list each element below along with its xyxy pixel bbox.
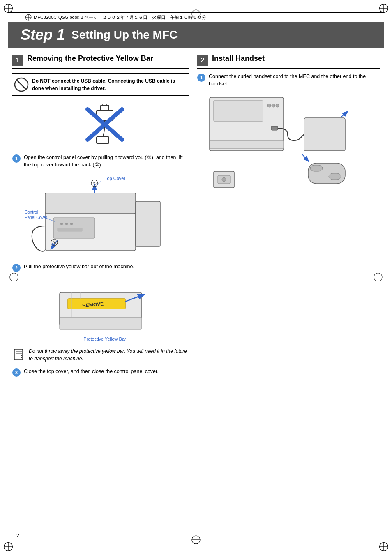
svg-rect-57: [60, 317, 142, 329]
meta-reg-icon: [25, 14, 32, 21]
section1-title: Removing the Protective Yellow Bar: [27, 54, 153, 63]
svg-point-40: [65, 223, 68, 225]
svg-point-77: [222, 177, 226, 182]
instruction-2: 2 Pull the protective yellow bar out of …: [12, 263, 189, 272]
step-circle-2: 2: [12, 264, 21, 272]
step-text-r1: Connect the curled handset cord to the M…: [209, 73, 380, 88]
yellow-bar-svg: REMOVE: [47, 276, 162, 334]
svg-rect-42: [58, 228, 82, 231]
crosshair-top: [191, 9, 201, 20]
section2-header: 2 Install Handset: [197, 54, 380, 69]
crosshair-right: [373, 272, 383, 283]
reg-mark-tr: [379, 3, 389, 13]
svg-line-28: [16, 80, 26, 90]
svg-point-66: [267, 104, 271, 107]
warning-text: Do NOT connect the USB cable. Connecting…: [32, 77, 187, 92]
warning-box: Do NOT connect the USB cable. Connecting…: [12, 73, 189, 96]
instruction-3: 3 Close the top cover, and then close th…: [12, 368, 189, 377]
svg-rect-33: [97, 137, 109, 143]
svg-text:②: ②: [93, 181, 97, 186]
svg-rect-43: [136, 201, 160, 246]
instruction-r1: 1 Connect the curled handset cord to the…: [197, 73, 380, 88]
section1-badge: 1: [12, 55, 23, 66]
svg-point-67: [272, 104, 275, 107]
cover-diagram-svg: ① ② Top Cover Control Panel Cover: [21, 173, 181, 259]
step-circle-r1: 1: [197, 74, 205, 82]
cover-diagram: ① ② Top Cover Control Panel Cover: [21, 173, 189, 260]
step-text-3: Close the top cover, and then close the …: [24, 368, 189, 375]
reg-mark-bl: [3, 542, 13, 552]
section2-title: Install Handset: [212, 54, 265, 63]
handset-diagram: [205, 93, 380, 201]
yellow-bar-label: Protective Yellow Bar: [21, 336, 189, 342]
svg-rect-70: [304, 118, 345, 151]
step-header: Step 1 Setting Up the MFC: [8, 22, 384, 48]
content-area: 1 Removing the Protective Yellow Bar Do …: [12, 48, 380, 381]
note-icon: [12, 348, 25, 361]
svg-point-41: [70, 223, 73, 225]
step-title: Setting Up the MFC: [71, 28, 178, 41]
reg-mark-br: [379, 542, 389, 552]
step-text-2: Pull the protective yellow bar out of th…: [24, 263, 189, 271]
page-number: 2: [16, 533, 19, 539]
svg-text:Panel Cover: Panel Cover: [25, 215, 48, 220]
svg-rect-69: [210, 140, 284, 149]
crosshair-bottom: [191, 535, 201, 546]
section1-header: 1 Removing the Protective Yellow Bar: [12, 54, 189, 69]
handset-diagram-svg: [205, 93, 353, 200]
svg-point-68: [276, 104, 279, 107]
meta-text: MFC3200C-QSG.book 2 ページ ２００２年７月１６日 火曜日 午…: [34, 14, 207, 21]
usb-diagram: [21, 102, 189, 148]
step-text-1: Open the control panel cover by pulling …: [24, 154, 189, 168]
crosshair-left: [9, 272, 19, 283]
step-number: Step 1: [21, 26, 65, 44]
note-box: Do not throw away the protective yellow …: [12, 348, 189, 362]
svg-rect-74: [329, 173, 341, 180]
usb-diagram-svg: [80, 102, 129, 147]
svg-text:Top Cover: Top Cover: [105, 176, 125, 181]
svg-rect-73: [310, 165, 323, 171]
svg-rect-60: [14, 349, 23, 360]
yellow-bar-diagram: REMOVE Protective Yellow Bar: [21, 276, 189, 342]
note-text: Do not throw away the protective yellow …: [29, 348, 189, 362]
svg-rect-65: [214, 101, 263, 121]
step-circle-1: 1: [12, 154, 21, 163]
section2-badge: 2: [197, 55, 208, 66]
left-column: 1 Removing the Protective Yellow Bar Do …: [12, 54, 189, 381]
instruction-1: 1 Open the control panel cover by pullin…: [12, 154, 189, 168]
right-column: 2 Install Handset 1 Connect the curled h…: [197, 54, 380, 381]
svg-rect-71: [271, 126, 278, 130]
no-usb-icon: [14, 77, 29, 92]
svg-text:①: ①: [53, 240, 56, 245]
step-circle-3: 3: [12, 368, 21, 377]
svg-rect-37: [45, 193, 136, 214]
reg-mark-tl: [3, 3, 13, 13]
svg-text:Control: Control: [25, 210, 38, 214]
svg-point-39: [60, 223, 63, 225]
